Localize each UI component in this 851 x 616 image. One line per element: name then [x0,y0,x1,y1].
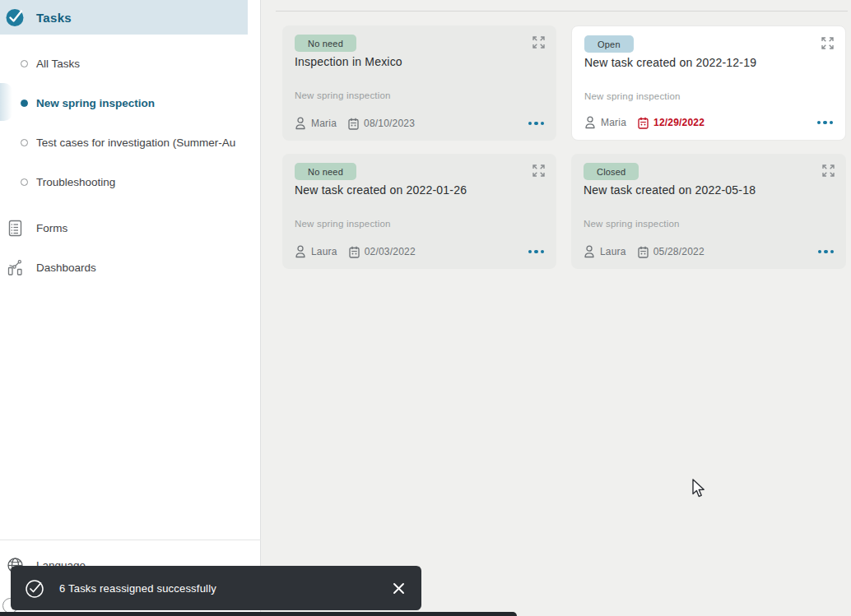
due-date: 05/28/2022 [653,246,705,257]
sidebar-item-new-spring-inspection[interactable]: New spring inspection [0,90,261,115]
sidebar-header-tasks[interactable]: Tasks [0,0,248,35]
status-badge: No need [295,163,356,180]
task-title: Inspection in Mexico [295,55,402,68]
due-date-group: 05/28/2022 [638,246,705,258]
mouse-cursor [690,478,706,499]
expand-icon[interactable] [532,35,546,49]
dashboards-icon [7,259,24,276]
sidebar-item-label: New spring inspection [36,97,155,109]
sidebar-item-label: Troubleshooting [36,176,115,188]
app-window: Tasks All Tasks New spring inspection Te… [0,0,851,616]
sidebar-item-all-tasks[interactable]: All Tasks [0,51,261,76]
close-icon[interactable] [389,579,407,597]
task-list-name: New spring inspection [584,219,680,229]
forms-icon [7,220,24,237]
sidebar-item-troubleshooting[interactable]: Troubleshooting [0,169,261,194]
sidebar-item-label: All Tasks [36,58,80,70]
task-title: New task created on 2022-05-18 [584,183,756,197]
task-footer: Maria 08/10/2023 [295,116,546,131]
calendar-icon [348,118,359,130]
task-list-name: New spring inspection [295,219,391,229]
sidebar-divider [0,540,261,540]
sidebar-item-test-cases[interactable]: Test cases for investigation (Summer-Au [0,130,261,155]
due-date-group: 02/03/2022 [349,246,416,258]
radio-selected-icon [21,100,28,107]
task-card[interactable]: Open New task created on 2022-12-19 New … [571,25,846,141]
task-title: New task created on 2022-01-26 [295,183,467,197]
assignee-icon [295,245,306,258]
task-card[interactable]: Closed New task created on 2022-05-18 Ne… [571,154,846,269]
sidebar: Tasks All Tasks New spring inspection Te… [0,0,261,616]
sidebar-item-label: Dashboards [36,262,96,274]
assignee-icon [295,117,306,130]
sidebar-item-dashboards[interactable]: Dashboards [0,255,261,280]
task-list-name: New spring inspection [295,90,391,100]
due-date-group: 08/10/2023 [348,118,415,130]
task-card[interactable]: No need Inspection in Mexico New spring … [282,25,556,141]
assignee-name: Maria [311,118,337,129]
task-footer: Laura 05/28/2022 [584,244,835,259]
expand-icon[interactable] [821,36,835,50]
header-divider [276,11,848,12]
radio-icon [21,139,28,146]
sidebar-item-label: Forms [36,222,67,234]
assignee-name: Laura [600,246,626,257]
toast-notification: 6 Tasks reassigned successfully [11,566,421,610]
task-list-name: New spring inspection [584,91,681,101]
due-date: 12/29/2022 [653,117,705,128]
status-badge: Closed [584,163,639,180]
main-content: No need Inspection in Mexico New spring … [262,0,851,616]
more-options-button[interactable] [816,118,835,128]
due-date-group: 12/29/2022 [638,117,705,129]
sidebar-item-forms[interactable]: Forms [0,215,261,240]
calendar-icon [638,117,649,129]
calendar-icon [349,246,360,258]
toast-message: 6 Tasks reassigned successfully [59,582,216,595]
status-badge: No need [295,35,356,52]
task-footer: Maria 12/29/2022 [584,115,835,130]
task-card[interactable]: No need New task created on 2022-01-26 N… [282,154,556,269]
expand-icon[interactable] [821,164,835,178]
more-options-button[interactable] [527,247,546,257]
more-options-button[interactable] [816,247,836,257]
assignee-name: Maria [601,117,626,128]
task-title: New task created on 2022-12-19 [584,56,756,69]
sidebar-header-label: Tasks [36,11,72,25]
more-options-button[interactable] [527,118,546,129]
radio-icon [21,60,28,67]
status-badge: Open [584,35,634,53]
task-footer: Laura 02/03/2022 [295,244,546,259]
due-date: 02/03/2022 [365,246,416,257]
sidebar-item-label: Test cases for investigation (Summer-Au [36,137,235,149]
assignee-name: Laura [311,246,337,257]
toast-notification-partial [0,612,517,616]
radio-icon [21,178,28,186]
expand-icon[interactable] [532,164,546,178]
assignee-icon [584,116,596,129]
success-check-icon [25,578,45,599]
assignee-icon [584,245,595,258]
due-date: 08/10/2023 [364,118,415,129]
calendar-icon [638,246,649,258]
tasks-check-circle-icon [6,7,26,27]
